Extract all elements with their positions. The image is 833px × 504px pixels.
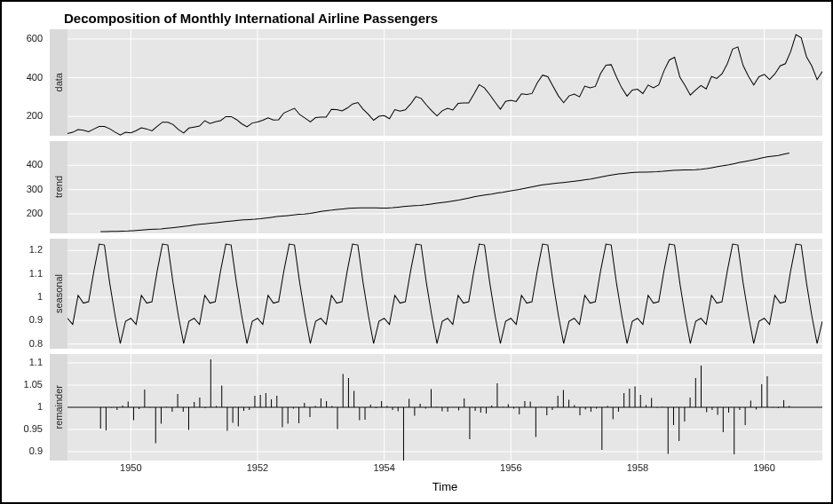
x-axis: 195019521954195619581960 <box>11 462 822 478</box>
y-tick: 1 <box>37 402 46 412</box>
y-axis-ticks: 200400600 <box>11 29 50 136</box>
y-tick: 1.1 <box>29 269 46 279</box>
panel-remainder: 0.90.9511.051.1remainder <box>11 354 822 461</box>
x-tick: 1954 <box>373 462 394 473</box>
y-tick: 200 <box>27 111 46 121</box>
y-tick: 400 <box>27 160 46 169</box>
x-tick: 1960 <box>753 462 774 473</box>
plot-seasonal <box>67 239 822 349</box>
y-tick: 1.05 <box>24 380 46 390</box>
y-axis-ticks: 0.90.9511.051.1 <box>11 354 50 461</box>
panel-strip-label: trend <box>50 141 67 233</box>
panel-strip-label: seasonal <box>50 239 67 349</box>
y-tick: 1.1 <box>29 358 46 367</box>
x-tick: 1958 <box>627 462 648 473</box>
panel-seasonal: 0.80.911.11.2seasonal <box>11 239 822 349</box>
plot-remainder <box>67 354 822 461</box>
x-tick: 1952 <box>247 462 268 473</box>
y-tick: 1.2 <box>29 245 46 255</box>
y-tick: 300 <box>27 185 46 194</box>
x-tick: 1950 <box>120 462 141 473</box>
y-axis-ticks: 200300400 <box>11 141 50 233</box>
y-tick: 0.9 <box>29 315 46 325</box>
y-tick: 0.95 <box>24 424 46 434</box>
panel-strip-label: remainder <box>50 354 67 461</box>
y-tick: 400 <box>27 73 46 83</box>
chart-title: Decomposition of Monthly International A… <box>64 11 822 26</box>
plot-trend <box>67 141 822 233</box>
y-tick: 600 <box>27 34 46 43</box>
x-axis-label: Time <box>11 480 822 493</box>
panel-trend: 200300400trend <box>11 141 822 233</box>
panel-strip-label: data <box>50 29 67 136</box>
chart-panels: 200400600data200300400trend0.80.911.11.2… <box>11 29 822 461</box>
y-tick: 200 <box>27 209 46 218</box>
y-tick: 0.9 <box>29 446 46 456</box>
x-tick: 1956 <box>500 462 521 473</box>
decomposition-figure: Decomposition of Monthly International A… <box>0 0 833 504</box>
y-axis-ticks: 0.80.911.11.2 <box>11 239 50 349</box>
x-axis-ticks: 195019521954195619581960 <box>67 462 822 478</box>
y-tick: 1 <box>37 292 46 302</box>
y-tick: 0.8 <box>29 339 46 349</box>
panel-data: 200400600data <box>11 29 822 136</box>
plot-data <box>67 29 822 136</box>
